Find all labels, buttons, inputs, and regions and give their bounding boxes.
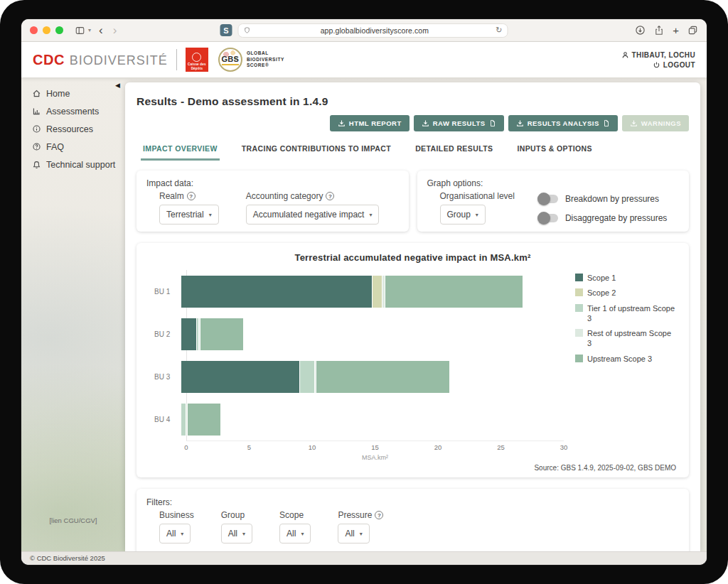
share-icon[interactable] bbox=[654, 25, 664, 36]
bar-segment-upstream-scope-3[interactable] bbox=[200, 318, 244, 350]
bar-segment-scope-1[interactable] bbox=[181, 318, 197, 350]
bar-segment-tier-1-of-upstream-scope-3[interactable] bbox=[300, 361, 316, 393]
bar-segment-upstream-scope-3[interactable] bbox=[316, 361, 450, 393]
tabs-overview-icon[interactable] bbox=[687, 25, 698, 36]
impact-data-card: Impact data: Realm?Terrestrial▾Accountin… bbox=[136, 171, 409, 232]
forward-button[interactable]: › bbox=[111, 24, 119, 36]
results-analysis-button[interactable]: RESULTS ANALYSIS bbox=[508, 115, 618, 131]
toggle-breakdown-by-pressures[interactable] bbox=[539, 195, 558, 203]
window-controls bbox=[30, 26, 63, 34]
caret-down-icon: ▾ bbox=[369, 212, 372, 218]
minimize-window-button[interactable] bbox=[43, 26, 50, 34]
reload-icon[interactable]: ↻ bbox=[496, 26, 502, 35]
bar-segment-scope-1[interactable] bbox=[181, 361, 300, 393]
impact-select-realm[interactable]: Terrestrial▾ bbox=[159, 205, 219, 225]
filter-select-group[interactable]: All▾ bbox=[221, 524, 252, 544]
cgu-cgv-link[interactable]: [lien CGU/CGV] bbox=[21, 517, 125, 524]
chevron-down-icon[interactable]: ▾ bbox=[88, 27, 91, 33]
sidebar-item-label: FAQ bbox=[46, 142, 64, 152]
sidebar-collapse-icon[interactable]: ◀ bbox=[115, 82, 120, 89]
legend-label: Upstream Scope 3 bbox=[587, 354, 652, 364]
button-label: RESULTS ANALYSIS bbox=[528, 119, 599, 127]
select-label-text: Realm bbox=[159, 191, 184, 201]
shield-icon bbox=[244, 26, 251, 34]
html-report-button[interactable]: HTML REPORT bbox=[330, 115, 410, 131]
user-menu[interactable]: THIBAUT, LOCHU bbox=[621, 51, 695, 59]
select-value: All bbox=[287, 529, 296, 539]
legend-swatch bbox=[575, 355, 583, 362]
chart-row-bu-4: BU 4 bbox=[150, 398, 564, 440]
warnings-button[interactable]: WARNINGS bbox=[622, 115, 689, 131]
help-icon[interactable]: ? bbox=[187, 192, 196, 200]
tab-tracing-contributions-to-impact[interactable]: TRACING CONTRIBUTIONS TO IMPACT bbox=[240, 141, 393, 161]
bar-segment-tier-1-of-upstream-scope-3[interactable] bbox=[181, 404, 186, 436]
help-icon[interactable]: ? bbox=[326, 192, 334, 200]
select-label-text: Business bbox=[159, 510, 194, 520]
sidebar-item-ressources[interactable]: Ressources bbox=[31, 120, 125, 138]
tab-inputs-options[interactable]: INPUTS & OPTIONS bbox=[515, 141, 594, 161]
bar-bu-2 bbox=[181, 318, 564, 350]
toggle-knob bbox=[537, 193, 550, 205]
bar-segment-scope-1[interactable] bbox=[181, 276, 373, 308]
new-tab-button[interactable]: + bbox=[673, 25, 679, 36]
sidebar-item-technical-support[interactable]: Technical support bbox=[31, 156, 125, 173]
caret-down-icon: ▾ bbox=[476, 212, 478, 218]
toggle-label: Breakdown by pressures bbox=[565, 194, 659, 204]
caisse-des-depots-logo: Caisse des Dépôts bbox=[186, 48, 208, 72]
extension-icon[interactable]: S bbox=[220, 24, 232, 36]
download-icon bbox=[338, 119, 346, 127]
graph-select-organisational-level[interactable]: Group▾ bbox=[440, 205, 486, 225]
address-bar[interactable]: app.globalbiodiversityscore.com ↻ bbox=[238, 23, 508, 38]
bar-segment-scope-2[interactable] bbox=[373, 276, 382, 308]
help-icon[interactable]: ? bbox=[375, 511, 383, 519]
sidebar-item-label: Ressources bbox=[46, 124, 93, 134]
legend-label: Rest of upstream Scope 3 bbox=[587, 328, 676, 349]
tab-detailed-results[interactable]: DETAILED RESULTS bbox=[413, 141, 495, 161]
address-area: S app.globalbiodiversityscore.com ↻ bbox=[220, 23, 508, 38]
select-label-text: Scope bbox=[279, 510, 304, 520]
sidebar-item-label: Home bbox=[46, 89, 70, 99]
chart-row-bu-3: BU 3 bbox=[150, 355, 564, 398]
impact-select-accounting-category[interactable]: Accumulated negative impact▾ bbox=[246, 205, 380, 225]
x-axis-label: MSA.km² bbox=[186, 454, 564, 461]
page-content: ◀ HomeAssessmentsRessourcesFAQTechnical … bbox=[21, 77, 707, 551]
back-button[interactable]: ‹ bbox=[97, 24, 105, 36]
bar-segment-upstream-scope-3[interactable] bbox=[188, 404, 221, 436]
sidebar-item-faq[interactable]: FAQ bbox=[31, 138, 125, 156]
close-window-button[interactable] bbox=[30, 26, 38, 34]
filter-select-pressure[interactable]: All▾ bbox=[338, 524, 369, 544]
caret-down-icon: ▾ bbox=[301, 531, 304, 537]
legend-label: Tier 1 of upstream Scope 3 bbox=[587, 303, 676, 324]
filter-select-scope[interactable]: All▾ bbox=[279, 524, 311, 544]
select-group-realm: Realm?Terrestrial▾ bbox=[159, 191, 219, 225]
x-tick-label: 30 bbox=[560, 443, 568, 451]
file-icon bbox=[489, 119, 496, 127]
select-label-scope: Scope bbox=[279, 510, 311, 520]
logout-button[interactable]: LOGOUT bbox=[653, 61, 695, 69]
chart-plot-area: BU 1BU 2BU 3BU 4 051015202530 MSA.km² bbox=[149, 270, 564, 461]
raw-results-button[interactable]: RAW RESULTS bbox=[414, 115, 504, 131]
sidebar-item-assessments[interactable]: Assessments bbox=[31, 102, 125, 120]
sidebar-item-home[interactable]: Home bbox=[31, 85, 125, 102]
legend-swatch bbox=[575, 329, 583, 337]
button-label: WARNINGS bbox=[641, 119, 681, 127]
select-label-business: Business bbox=[159, 510, 194, 520]
filter-select-business[interactable]: All▾ bbox=[159, 524, 191, 544]
select-value: Terrestrial bbox=[166, 210, 204, 220]
bar-segment-upstream-scope-3[interactable] bbox=[385, 276, 523, 308]
person-icon bbox=[621, 51, 629, 59]
legend-item-rest-of-upstream-scope-3: Rest of upstream Scope 3 bbox=[575, 328, 676, 349]
toggle-label: Disaggregate by pressures bbox=[565, 213, 667, 223]
options-row: Impact data: Realm?Terrestrial▾Accountin… bbox=[136, 171, 689, 232]
bar-category-label: BU 4 bbox=[150, 416, 181, 423]
toggle-disaggregate-by-pressures[interactable] bbox=[539, 214, 558, 222]
chart-row-bu-2: BU 2 bbox=[150, 313, 564, 355]
downloads-icon[interactable] bbox=[635, 25, 646, 36]
zoom-window-button[interactable] bbox=[55, 26, 63, 34]
gbs-logo: GBS GLOBAL BIODIVERSITY SCORE® bbox=[218, 48, 284, 72]
power-icon bbox=[653, 61, 660, 69]
tab-impact-overview[interactable]: IMPACT OVERVIEW bbox=[141, 141, 220, 161]
download-icon bbox=[422, 119, 429, 127]
sidebar-toggle-icon[interactable] bbox=[75, 26, 85, 36]
select-label-pressure: Pressure? bbox=[338, 510, 383, 520]
